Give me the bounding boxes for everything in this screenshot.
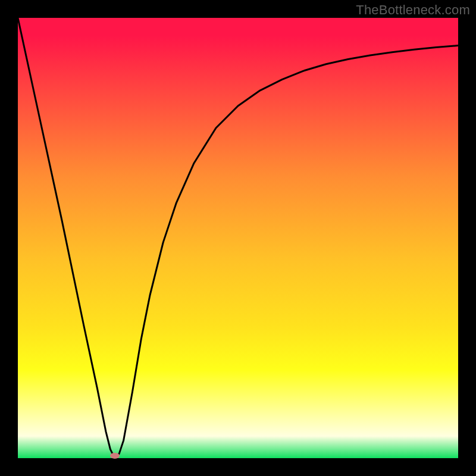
bottleneck-curve [18,18,458,458]
plot-area [18,18,458,458]
chart-frame: TheBottleneck.com [0,0,476,476]
watermark-text: TheBottleneck.com [356,2,470,18]
minimum-marker [110,453,120,459]
